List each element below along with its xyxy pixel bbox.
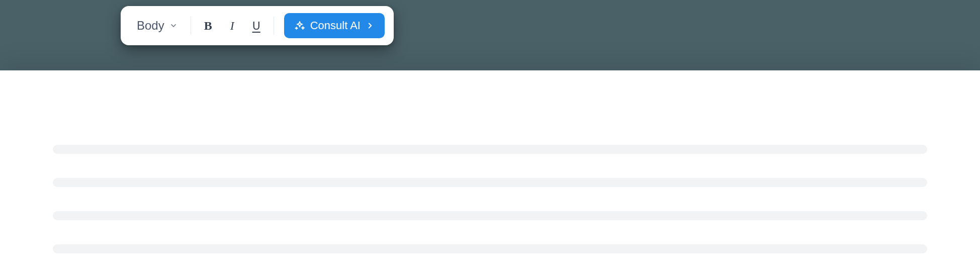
italic-button[interactable]: I <box>221 15 243 37</box>
document-canvas[interactable] <box>0 70 980 274</box>
text-style-label: Body <box>137 19 164 33</box>
formatting-toolbar: Body B I U Consult AI <box>121 6 394 45</box>
consult-ai-button[interactable]: Consult AI <box>284 13 385 38</box>
placeholder-line <box>53 178 927 187</box>
italic-icon: I <box>230 19 234 33</box>
underline-icon: U <box>252 20 260 32</box>
bold-icon: B <box>204 19 212 33</box>
document-placeholder <box>53 145 927 274</box>
bold-button[interactable]: B <box>197 15 219 37</box>
format-group: B I U <box>197 15 268 37</box>
chevron-down-icon <box>169 22 177 30</box>
chevron-right-icon <box>366 21 375 30</box>
text-style-dropdown[interactable]: Body <box>130 16 185 36</box>
ai-button-label: Consult AI <box>310 19 361 32</box>
placeholder-line <box>53 244 927 253</box>
underline-button[interactable]: U <box>245 15 268 37</box>
placeholder-line <box>53 211 927 220</box>
toolbar-divider <box>191 17 191 35</box>
sparkle-icon <box>294 20 305 31</box>
placeholder-line <box>53 145 927 154</box>
toolbar-divider <box>274 17 274 35</box>
